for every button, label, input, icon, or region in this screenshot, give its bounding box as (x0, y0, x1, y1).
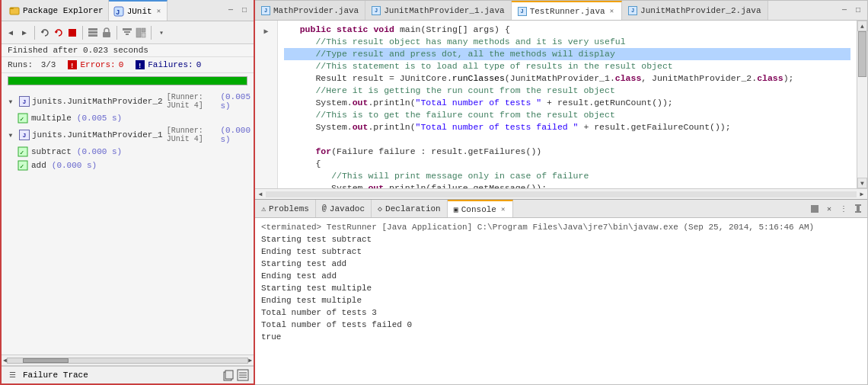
tab-javadoc[interactable]: @ Javadoc (316, 200, 372, 217)
rerun-failed-button[interactable] (53, 27, 65, 39)
history-button[interactable] (87, 27, 99, 39)
console-line-8: true (261, 331, 861, 343)
svg-text:✓: ✓ (20, 149, 24, 157)
forward-button[interactable]: ▶ (18, 27, 30, 39)
svg-text:✓: ✓ (20, 116, 24, 124)
rerun-button[interactable] (39, 27, 51, 39)
editor-maximize-icon[interactable]: □ (852, 5, 864, 17)
tab-console-close[interactable]: ✕ (499, 205, 506, 213)
tree-suite-1[interactable]: ▼ J junits.JunitMathProvider_2 [Runner: … (2, 91, 254, 111)
expand-icon-1: ▼ (5, 95, 17, 107)
tab-junit-label: JUnit (127, 7, 152, 16)
tab-junit[interactable]: J JUnit ✕ (109, 0, 168, 21)
test-tree[interactable]: ▼ J junits.JunitMathProvider_2 [Runner: … (2, 88, 254, 355)
layout-button[interactable] (135, 27, 147, 39)
code-line-9: System.out.println("Total number of test… (284, 121, 850, 133)
gutter-3 (255, 49, 277, 60)
console-lines: Starting test subtractEnding test subtra… (261, 233, 861, 343)
console-close-icon[interactable]: ✕ (823, 203, 835, 215)
editor-vscrollbar[interactable]: ▲ ▼ (857, 21, 867, 188)
gutter-5 (255, 72, 277, 83)
junitmathprovider2-file-icon: J (628, 6, 637, 15)
filter-trace-icon[interactable] (237, 369, 249, 381)
hscroll-right-arrow[interactable]: ▶ (857, 189, 867, 200)
scroll-up-arrow[interactable]: ▲ (857, 21, 867, 31)
scroll-track-v (857, 31, 867, 178)
tree-suite-2[interactable]: ▼ J junits.JunitMathProvider_1 [Runner: … (2, 125, 254, 145)
back-button[interactable]: ◀ (5, 27, 17, 39)
gutter-8 (255, 107, 277, 118)
maximize-icon[interactable]: □ (238, 5, 251, 17)
hscroll-track (266, 191, 857, 197)
failure-icon: ! (136, 60, 145, 69)
editor-minimize-icon[interactable]: ─ (838, 5, 850, 17)
tab-testrunner-close[interactable]: ✕ (608, 7, 615, 15)
tab-junitmathprovider2[interactable]: J JunitMathProvider_2.java (622, 1, 767, 20)
progress-bar (8, 77, 247, 85)
hamburger-icon: ☰ (6, 369, 18, 381)
tab-mathprovider[interactable]: J MathProvider.java (255, 1, 365, 20)
filter-button[interactable] (121, 27, 133, 39)
tab-console[interactable]: ▣ Console ✕ (448, 200, 514, 217)
multiple-time: (0.005 s) (77, 114, 122, 123)
code-line-10 (284, 133, 850, 146)
tree-item-subtract[interactable]: ✓ subtract (0.000 s) (2, 145, 254, 159)
lock-icon[interactable] (101, 27, 113, 39)
suite-icon-2: J (19, 130, 30, 140)
finished-status: Finished after 0.023 seconds (8, 46, 148, 55)
code-line-1: public static void main(String[] args) { (284, 24, 850, 36)
svg-rect-13 (126, 34, 129, 35)
method-icon-add: ✓ (17, 159, 29, 172)
gutter-11 (255, 142, 277, 153)
svg-rect-8 (88, 31, 97, 34)
code-line-7: System.out.println("Total number of test… (284, 97, 850, 109)
method-icon-subtract: ✓ (17, 146, 29, 158)
subtract-label: subtract (31, 147, 72, 156)
editor-hscrollbar[interactable]: ◀ ▶ (255, 188, 867, 199)
console-menu-icon[interactable]: ⋮ (838, 203, 850, 215)
tab-testrunner[interactable]: J TestRunner.java ✕ (512, 1, 622, 20)
tab-junit-close[interactable]: ✕ (155, 7, 162, 15)
code-line-12: { (284, 158, 850, 170)
left-panel: Package Explorer J JUnit ✕ ─ □ ◀ ▶ (0, 0, 255, 385)
junit-icon: J (113, 6, 124, 17)
console-line-5: Ending test multiple (261, 294, 861, 306)
code-line-13: //This will print message only in case o… (284, 170, 850, 182)
gutter-14 (255, 177, 277, 188)
tab-testrunner-label: TestRunner.java (530, 7, 605, 16)
code-line-8: //This is to get the failure count from … (284, 109, 850, 121)
svg-rect-33 (811, 205, 819, 213)
code-editor[interactable]: ▶ public static void main(String[] args)… (255, 21, 867, 188)
console-icon: ▣ (454, 205, 458, 214)
tree-item-multiple[interactable]: ✓ multiple (0.005 s) (2, 111, 254, 125)
minimize-icon[interactable]: ─ (225, 5, 237, 17)
left-hscrollbar[interactable]: ◀ ▶ (2, 355, 254, 366)
declaration-icon: ◇ (378, 204, 382, 213)
tab-package-explorer[interactable]: Package Explorer (5, 0, 109, 21)
svg-rect-7 (88, 28, 97, 30)
gutter-1: ▶ (255, 25, 277, 37)
console-stop-icon[interactable] (809, 203, 821, 215)
hscroll-left-arrow[interactable]: ◀ (255, 189, 266, 200)
right-panel: J MathProvider.java J JunitMathProvider_… (255, 0, 868, 385)
console-pin-icon[interactable] (852, 203, 864, 215)
scroll-down-arrow[interactable]: ▼ (857, 178, 867, 188)
editor-tab-actions: ─ □ (838, 5, 867, 17)
tab-declaration[interactable]: ◇ Declaration (372, 200, 448, 217)
failure-trace-bar: ☰ Failure Trace (2, 366, 254, 383)
code-content[interactable]: public static void main(String[] args) {… (278, 21, 857, 188)
copy-to-clipboard-icon[interactable] (222, 369, 235, 381)
stop-button[interactable] (66, 27, 78, 39)
tab-problems[interactable]: ⚠ Problems (255, 200, 316, 217)
tab-junitmathprovider1[interactable]: J JunitMathProvider_1.java (365, 1, 511, 20)
error-icon: ! (68, 60, 77, 69)
gutter-7 (255, 95, 277, 107)
tree-item-add[interactable]: ✓ add (0.000 s) (2, 159, 254, 172)
svg-rect-35 (857, 206, 860, 211)
scroll-right-arrow[interactable]: ▶ (248, 357, 252, 364)
code-line-2: //This result object has many methods an… (284, 36, 850, 48)
svg-rect-9 (88, 34, 97, 37)
expand-icon-2: ▼ (5, 129, 17, 141)
dropdown-button[interactable]: ▾ (155, 27, 168, 39)
console-line-2: Starting test add (261, 258, 861, 270)
